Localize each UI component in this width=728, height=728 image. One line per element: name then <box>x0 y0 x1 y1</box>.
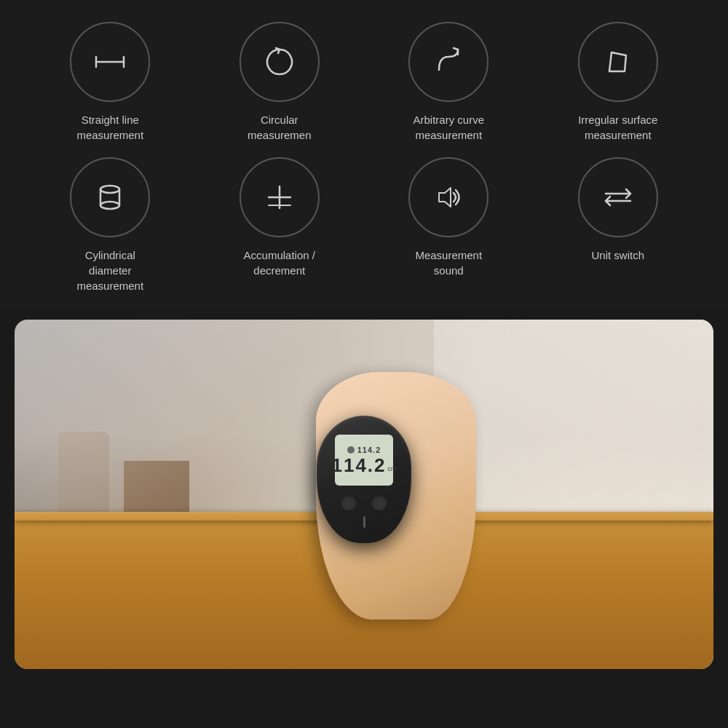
svg-point-4 <box>100 186 119 193</box>
circular-icon <box>260 42 299 82</box>
icon-circle-straight-line <box>70 22 150 102</box>
icon-item-arbitrary-curve: Arbitrary curvemeasurement <box>368 22 530 143</box>
cylindrical-icon <box>90 178 130 217</box>
bottom-section: 114.2 114.2 cm <box>15 320 713 669</box>
svg-point-7 <box>100 202 119 209</box>
icon-label-straight-line: Straight linemeasurement <box>76 112 143 143</box>
icon-circle-sound <box>408 157 488 237</box>
icon-item-unit-switch: Unit switch <box>537 157 700 293</box>
scene: 114.2 114.2 cm <box>15 320 713 669</box>
screen-value-small: 114.2 <box>357 446 381 454</box>
irregular-surface-icon <box>598 42 638 82</box>
photo-container: 114.2 114.2 cm <box>15 320 713 669</box>
bg-box <box>124 461 189 519</box>
icon-label-irregular-surface: Irregular surfacemeasurement <box>578 112 657 143</box>
icon-circle-accumulation <box>240 157 320 237</box>
top-section: Straight linemeasurement Circularmeasure… <box>0 0 728 308</box>
screen-top-row: 114.2 <box>347 446 381 454</box>
icon-item-irregular-surface: Irregular surfacemeasurement <box>537 22 700 143</box>
icon-item-sound: Measurementsound <box>368 157 530 293</box>
accumulation-icon <box>260 178 299 217</box>
icon-circle-circular <box>240 22 320 102</box>
straight-line-icon <box>90 42 130 82</box>
bg-glass <box>58 432 109 519</box>
icon-item-straight-line: Straight linemeasurement <box>29 22 191 143</box>
device-btn-right <box>371 494 387 510</box>
icon-label-arbitrary-curve: Arbitrary curvemeasurement <box>413 112 484 143</box>
sound-icon <box>429 178 468 217</box>
icon-circle-irregular-surface <box>578 22 658 102</box>
app-container: Straight linemeasurement Circularmeasure… <box>0 0 728 669</box>
device-body: 114.2 114.2 cm <box>317 416 411 543</box>
icon-circle-unit-switch <box>578 157 658 237</box>
icon-label-cylindrical: Cylindricaldiametermeasurement <box>76 248 143 293</box>
icon-label-circular: Circularmeasuremen <box>248 112 312 143</box>
svg-marker-11 <box>439 188 451 207</box>
icon-item-accumulation: Accumulation /decrement <box>199 157 361 293</box>
icons-grid: Straight linemeasurement Circularmeasure… <box>29 22 699 293</box>
device-buttons <box>341 494 387 510</box>
screen-value-large: 114.2 <box>331 456 386 475</box>
icon-item-cylindrical: Cylindricaldiametermeasurement <box>29 157 191 293</box>
icon-item-circular: Circularmeasuremen <box>199 22 361 143</box>
icon-label-accumulation: Accumulation /decrement <box>244 248 315 278</box>
screen-unit: cm <box>388 465 397 472</box>
device-screen: 114.2 114.2 cm <box>335 435 393 486</box>
device-btn-left <box>341 494 357 510</box>
unit-switch-icon <box>598 178 638 217</box>
screen-main-row: 114.2 cm <box>331 456 396 475</box>
screen-icon-small <box>347 446 355 454</box>
icon-label-sound: Measurementsound <box>415 248 482 278</box>
arbitrary-curve-icon <box>429 42 468 82</box>
icon-circle-cylindrical <box>70 157 150 237</box>
icon-circle-arbitrary-curve <box>408 22 488 102</box>
icon-label-unit-switch: Unit switch <box>591 248 644 263</box>
device-bottom-line <box>363 516 365 528</box>
svg-marker-3 <box>609 52 626 71</box>
device: 114.2 114.2 cm <box>317 416 411 543</box>
